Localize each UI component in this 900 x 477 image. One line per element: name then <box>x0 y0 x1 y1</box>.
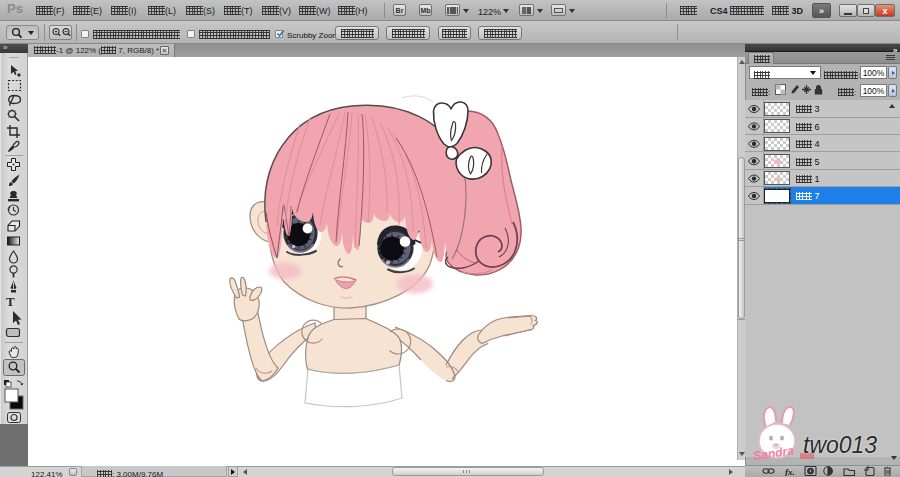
svg-text:T: T <box>6 294 15 309</box>
svg-text:Sandra: Sandra <box>752 443 795 463</box>
svg-text:two013: two013 <box>803 432 877 458</box>
svg-text:fx.: fx. <box>785 467 795 477</box>
